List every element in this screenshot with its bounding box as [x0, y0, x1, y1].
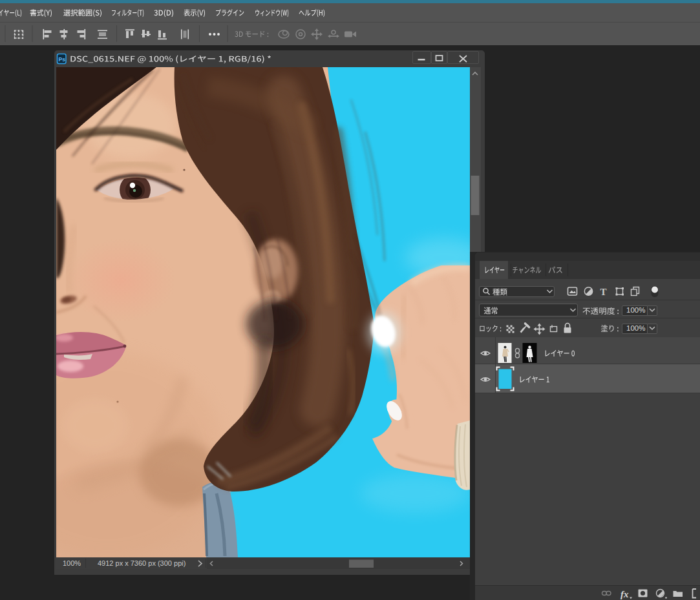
- svg-text:fx: fx: [620, 589, 629, 599]
- svg-text:Ps: Ps: [59, 56, 66, 63]
- svg-text:T: T: [600, 287, 607, 297]
